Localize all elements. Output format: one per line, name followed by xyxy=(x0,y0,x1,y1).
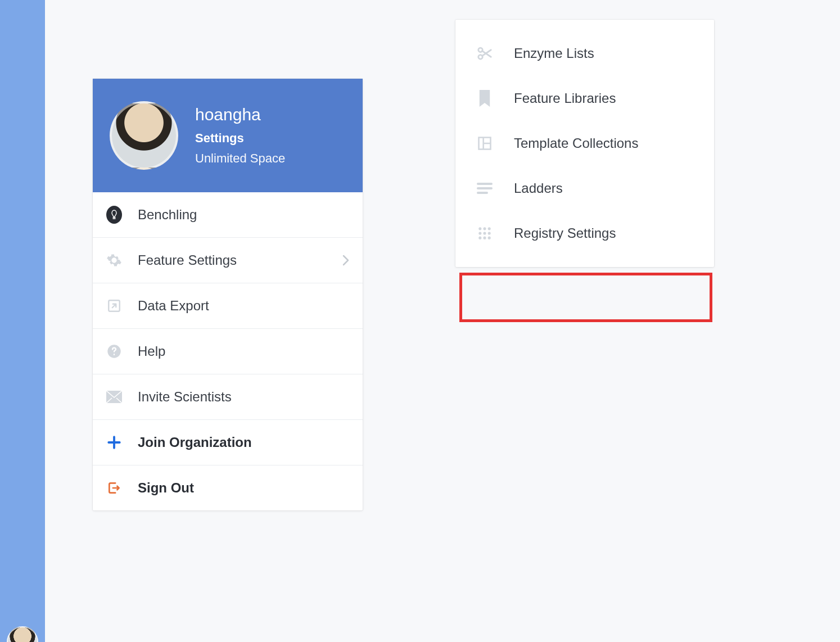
export-icon xyxy=(106,298,122,314)
menu-item-feature-settings[interactable]: Feature Settings xyxy=(93,238,363,283)
submenu-item-label: Template Collections xyxy=(514,135,638,151)
profile-header: hoangha Settings Unlimited Space xyxy=(93,79,363,192)
help-icon xyxy=(106,343,122,359)
avatar[interactable] xyxy=(110,101,178,170)
menu-item-benchling[interactable]: Benchling xyxy=(93,192,363,238)
svg-point-14 xyxy=(483,232,486,234)
svg-point-13 xyxy=(478,232,481,234)
space-label: Unlimited Space xyxy=(195,151,285,166)
submenu-item-label: Enzyme Lists xyxy=(514,46,594,61)
rail-avatar[interactable] xyxy=(7,626,38,642)
feature-settings-submenu: Enzyme Lists Feature Libraries Template … xyxy=(455,20,714,267)
menu-item-label: Help xyxy=(138,343,349,359)
user-settings-panel: hoangha Settings Unlimited Space Benchli… xyxy=(93,79,363,510)
gear-icon xyxy=(106,252,122,268)
submenu-item-label: Registry Settings xyxy=(514,225,616,241)
mail-icon xyxy=(106,389,122,405)
submenu-item-enzyme-lists[interactable]: Enzyme Lists xyxy=(455,31,714,76)
menu-item-label: Join Organization xyxy=(138,435,349,450)
submenu-item-ladders[interactable]: Ladders xyxy=(455,166,714,211)
bookmark-icon xyxy=(476,89,494,107)
menu-item-label: Invite Scientists xyxy=(138,389,349,405)
profile-text: hoangha Settings Unlimited Space xyxy=(195,105,285,166)
menu-item-help[interactable]: Help xyxy=(93,329,363,374)
submenu-item-template-collections[interactable]: Template Collections xyxy=(455,121,714,166)
submenu-item-label: Ladders xyxy=(514,180,563,196)
submenu-item-label: Feature Libraries xyxy=(514,91,616,106)
svg-point-15 xyxy=(488,232,491,234)
username: hoangha xyxy=(195,105,285,124)
benchling-icon xyxy=(106,207,122,223)
chevron-right-icon xyxy=(342,255,349,266)
scissors-icon xyxy=(476,44,494,62)
svg-point-17 xyxy=(483,237,486,239)
menu-item-invite-scientists[interactable]: Invite Scientists xyxy=(93,374,363,420)
settings-title: Settings xyxy=(195,131,285,146)
svg-point-12 xyxy=(488,227,491,230)
menu-item-label: Sign Out xyxy=(138,480,349,496)
submenu-item-feature-libraries[interactable]: Feature Libraries xyxy=(455,76,714,121)
menu-item-label: Benchling xyxy=(138,207,349,223)
signout-icon xyxy=(106,480,122,496)
menu-item-label: Data Export xyxy=(138,298,349,314)
menu-item-join-organization[interactable]: Join Organization xyxy=(93,420,363,465)
svg-point-16 xyxy=(478,237,481,239)
left-nav-rail xyxy=(0,0,45,642)
template-icon xyxy=(476,134,494,152)
svg-point-18 xyxy=(488,237,491,239)
menu-item-sign-out[interactable]: Sign Out xyxy=(93,465,363,510)
ladder-icon xyxy=(476,179,494,197)
highlight-registry-settings xyxy=(459,273,712,322)
menu-item-label: Feature Settings xyxy=(138,252,327,268)
menu-item-data-export[interactable]: Data Export xyxy=(93,283,363,329)
svg-point-11 xyxy=(483,227,486,230)
grid-icon xyxy=(476,224,494,242)
svg-point-10 xyxy=(478,227,481,230)
submenu-item-registry-settings[interactable]: Registry Settings xyxy=(455,211,714,256)
plus-icon xyxy=(106,435,122,450)
